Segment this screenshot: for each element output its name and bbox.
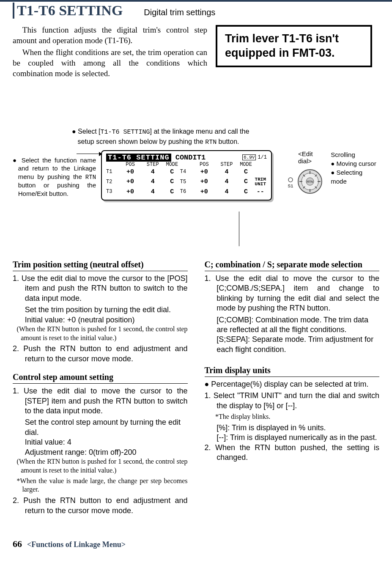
mid-code: T1-T6 SETTING — [100, 129, 150, 136]
svg-text:S1: S1 — [288, 184, 293, 189]
l2-3: Initial value: 4 — [13, 437, 188, 447]
lcd-t5-pos: +0 — [193, 176, 215, 187]
lcd-t2-pos: +0 — [119, 176, 141, 187]
lcd-t5-mode: C — [238, 176, 254, 187]
r2-3: [--]: Trim is displayed numerically as i… — [205, 433, 380, 443]
callout-box: Trim lever T1-T6 isn't equipped in FMT-0… — [216, 25, 372, 67]
lcd-row: T3 +0 4 C T6 +0 4 C -- — [106, 187, 267, 196]
intro-p2: When the flight conditions are set, the … — [13, 47, 207, 79]
lcd-dash: -- — [254, 187, 267, 196]
title-row: T1-T6 SETTING Digital trim settings — [13, 3, 379, 19]
lcd-t4-pos: +0 — [193, 168, 215, 176]
lcd-t2-step: 4 — [142, 176, 164, 187]
col-pos-r: POS — [193, 162, 215, 168]
l2-5: 2. Push the RTN button to end adjustment… — [13, 496, 188, 516]
l1-2: Set the trim position by turning the edi… — [13, 305, 188, 315]
right-column: C; combination / S; separate mode select… — [205, 256, 380, 517]
lcd-t2-mode: C — [164, 176, 180, 187]
r2-note: *The display blinks. — [205, 412, 380, 421]
dial-area: <Edit dial> S1 RTN — [285, 150, 379, 200]
lcd-t6-mode: C — [238, 187, 254, 196]
dial-b2: ● Selecting mode — [331, 168, 379, 186]
mid-end: button. — [217, 138, 239, 145]
page-number: 66 — [13, 539, 22, 550]
lcd-row: T1 +0 4 C T4 +0 4 C — [106, 168, 267, 176]
mid-code2: RTN — [205, 139, 217, 146]
lcd-t5: T5 — [180, 176, 193, 187]
left-pre: ● Select the function name and return to… — [13, 157, 96, 180]
mid-pre: ● Select [ — [72, 128, 100, 135]
mid-instruction: ● Select [T1-T6 SETTING] at the linkage … — [72, 127, 258, 147]
lcd-batt: 6.9V — [242, 154, 256, 160]
lcd-trim-unit: TRIMUNIT — [254, 176, 267, 187]
l2-note1: (When the RTN button is pushed for 1 sec… — [13, 457, 188, 475]
lcd-title: T1-T6 SETTING — [106, 154, 171, 162]
lcd-table: POS STEP MODE POS STEP MODE T1 +0 4 C T4… — [106, 162, 267, 196]
lcd-page: 1/1 — [258, 154, 267, 160]
r1-1: 1. Use the edit dial to move the cursor … — [205, 274, 380, 313]
col-step-r: STEP — [215, 162, 238, 168]
r2-4: 2. When the RTN button pushed, the setti… — [205, 443, 380, 463]
dial-scrolling: Scrolling — [331, 150, 379, 159]
lcd-row: T2 +0 4 C T5 +0 4 C TRIMUNIT — [106, 176, 267, 187]
lcd-t5-step: 4 — [215, 176, 238, 187]
lcd-t3: T3 — [106, 187, 119, 196]
lcd-t1: T1 — [106, 168, 119, 176]
left-code: RTN — [85, 174, 96, 181]
left-note: ● Select the function name and return to… — [13, 156, 96, 198]
lcd-t6: T6 — [180, 187, 193, 196]
l2-2: Set the control step amount by turning t… — [13, 418, 188, 437]
dial-b1: ● Moving cursor — [331, 159, 379, 168]
col-pos-l: POS — [119, 162, 141, 168]
l2-4: Adjustment range: 0(trim off)-200 — [13, 448, 188, 457]
l2-1: 1. Use the edit dial to move the cursor … — [13, 386, 188, 416]
sec-units: Trim display units — [205, 365, 380, 377]
lcd-t1-step: 4 — [142, 168, 164, 176]
col-mode-l: MODE — [164, 162, 180, 168]
footer-text: <Functions of Linkage Menu> — [27, 540, 126, 549]
r1-3: [S;SEPA]: Separate mode. Trim adjustment… — [205, 335, 380, 355]
l1-note: (When the RTN button is pushed for 1 sec… — [13, 325, 188, 343]
lcd-t4-step: 4 — [215, 168, 238, 176]
lcd-t1-mode: C — [164, 168, 180, 176]
footer: 66 <Functions of Linkage Menu> — [13, 539, 379, 550]
lcd-t6-pos: +0 — [193, 187, 215, 196]
col-mode-r: MODE — [238, 162, 254, 168]
sec-comb: C; combination / S; separate mode select… — [205, 259, 380, 271]
lcd-t4: T4 — [180, 168, 193, 176]
lcd-t6-step: 4 — [215, 187, 238, 196]
r2-b: ● Percentage(%) display can be selected … — [205, 379, 380, 389]
lcd-t1-pos: +0 — [119, 168, 141, 176]
r1-2: [C;COMB]: Combination mode. The trim dat… — [205, 315, 380, 335]
sec-trim-pos: Trim position setting (neutral offset) — [13, 259, 188, 271]
intro-p1: This function adjusts the digital trim's… — [13, 25, 207, 46]
lcd-t2: T2 — [106, 176, 119, 187]
page-subtitle: Digital trim settings — [144, 8, 215, 17]
l1-1: 1. Use the edit dial to move the cursor … — [13, 274, 188, 303]
col-step-l: STEP — [142, 162, 164, 168]
lcd-t3-mode: C — [164, 187, 180, 196]
lcd-t3-pos: +0 — [119, 187, 141, 196]
lcd-cond: CONDIT1 — [175, 154, 206, 162]
left-post: button or pushing the Home/Exit button. — [18, 181, 96, 197]
r2-1: 1. Select "TRIM UNIT" and turn the dial … — [205, 391, 380, 411]
edit-dial-icon: S1 RTN — [285, 165, 323, 198]
svg-text:RTN: RTN — [307, 180, 313, 183]
l1-4: 2. Push the RTN button to end adjustment… — [13, 344, 188, 364]
sec-step: Control step amount setting — [13, 371, 188, 384]
left-column: Trim position setting (neutral offset) 1… — [13, 256, 188, 517]
lcd-screen: T1-T6 SETTING CONDIT1 6.9V 1/1 POS STEP … — [101, 150, 272, 201]
page-title: T1-T6 SETTING — [17, 3, 123, 19]
l1-3: Initial value: +0 (neutral position) — [13, 315, 188, 325]
r2-2: [%]: Trim is displayed in % units. — [205, 423, 380, 433]
dial-label: <Edit dial> — [298, 150, 327, 165]
l2-note2: *When the value is made large, the chang… — [13, 477, 188, 495]
intro-text: This function adjusts the digital trim's… — [13, 25, 207, 80]
svg-point-0 — [288, 178, 293, 182]
lcd-t4-mode: C — [238, 168, 254, 176]
lcd-t3-step: 4 — [142, 187, 164, 196]
